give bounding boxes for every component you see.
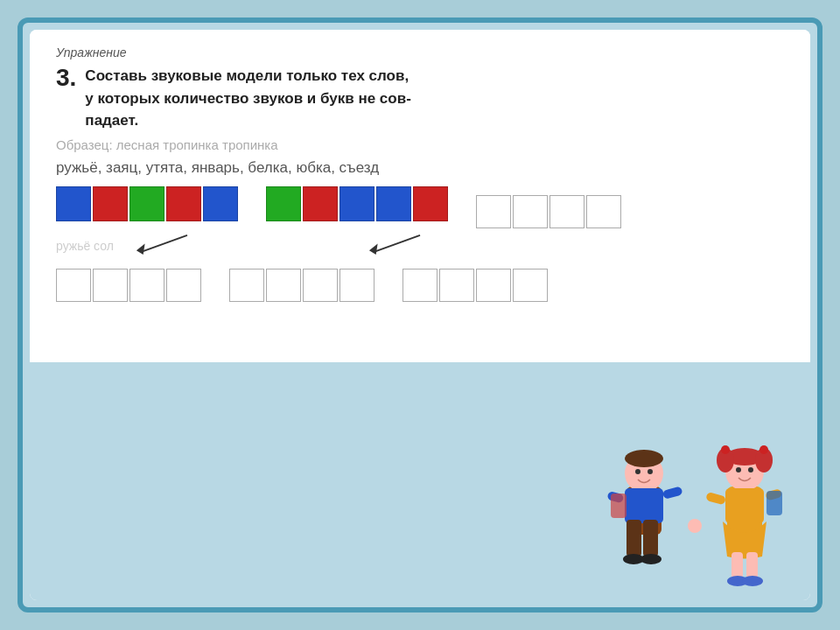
empty-block-5-4 [340,269,374,302]
svg-point-30 [742,576,763,586]
svg-point-23 [760,445,768,454]
task-line3: падает. [85,112,138,129]
block-1-3 [130,186,164,221]
svg-point-34 [688,519,702,533]
svg-rect-9 [625,488,663,523]
faded-line1: Образец: лесная тропинка тропинка [56,137,784,152]
empty-block-3-2 [513,195,548,228]
block-group-1 [56,186,238,221]
outer-frame: Упражнение 3. Составь звуковые модели то… [18,18,822,612]
empty-blocks-6 [402,269,548,302]
svg-point-22 [721,445,730,454]
svg-point-6 [625,450,663,467]
empty-block-4-2 [93,269,128,302]
empty-block-6-2 [439,269,474,302]
svg-rect-11 [643,520,658,556]
task-text: Составь звуковые модели только тех слов,… [85,65,784,132]
task-line2: у которых количество звуков и букв не со… [85,90,410,107]
empty-block-3-4 [586,195,621,228]
svg-rect-28 [746,552,758,578]
block-2-2 [303,186,338,221]
empty-block-4-4 [166,269,201,302]
bottom-section [30,362,810,600]
empty-blocks-4 [56,269,201,302]
empty-block-5-3 [303,269,338,302]
empty-block-5-1 [229,269,264,302]
svg-rect-27 [732,552,743,578]
empty-block-6-3 [476,269,511,302]
empty-blocks-row [56,260,784,302]
faded-row-2: ружьё сол [56,239,784,253]
block-1-2 [93,186,128,221]
svg-point-25 [748,467,753,472]
svg-point-13 [640,554,662,564]
empty-block-6-1 [402,269,438,302]
kids-figure [600,390,793,592]
svg-rect-15 [662,486,683,499]
block-1-1 [56,186,91,221]
block-1-4 [166,186,201,221]
svg-point-7 [635,469,640,474]
svg-rect-16 [611,494,626,518]
block-2-3 [340,186,374,221]
block-group-3 [476,186,621,228]
empty-blocks-5 [229,269,374,302]
empty-block-4-1 [56,269,91,302]
exercise-label: Упражнение [56,46,784,60]
block-group-2 [266,186,448,221]
task-line1: Составь звуковые модели только тех слов, [85,67,409,84]
block-2-1 [266,186,301,221]
color-blocks-section: ружьё сол [56,186,784,302]
inner-frame: Упражнение 3. Составь звуковые модели то… [30,30,810,600]
empty-blocks-3 [476,195,621,228]
block-2-4 [376,186,411,221]
empty-block-3-3 [550,195,584,228]
svg-point-24 [736,467,741,472]
colored-blocks-1 [56,186,238,221]
task-number: 3. [56,65,76,92]
block-2-5 [413,186,448,221]
empty-block-5-2 [266,269,301,302]
empty-block-3-1 [476,195,511,228]
empty-block-6-4 [513,269,548,302]
svg-rect-31 [705,492,726,505]
words-row: ружьё, заяц, утята, январь, белка, юбка,… [56,156,784,179]
svg-rect-10 [626,520,641,556]
svg-point-8 [648,469,653,474]
block-1-5 [203,186,238,221]
empty-block-4-3 [130,269,164,302]
svg-rect-33 [766,491,782,515]
task-number-row: 3. Составь звуковые модели только тех сл… [56,65,784,132]
top-section: Упражнение 3. Составь звуковые модели то… [30,30,810,362]
svg-rect-26 [725,488,764,523]
colored-blocks-2 [266,186,448,221]
